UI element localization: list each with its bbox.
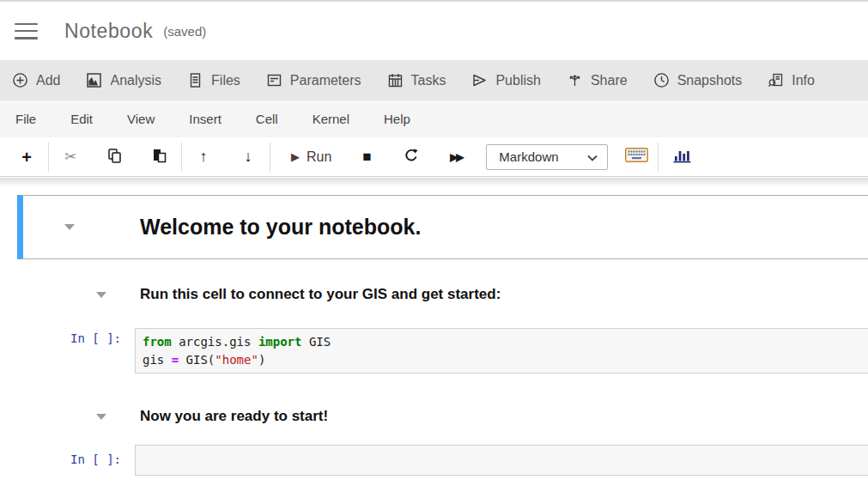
markdown-cell-run-instruction[interactable]: Run this cell to connect to your GIS and…	[0, 281, 868, 308]
scissors-icon: ✂	[64, 148, 76, 166]
toolbar-item-label: Tasks	[411, 73, 446, 88]
toolbar-item-label: Publish	[495, 73, 540, 88]
input-prompt: In [ ]:	[70, 331, 121, 345]
parameters-icon	[266, 72, 282, 88]
add-cell-button[interactable]: +	[14, 144, 39, 170]
restart-run-all-button[interactable]: ▶▶	[443, 144, 469, 170]
plus-circle-icon	[12, 72, 28, 88]
markdown-cell-ready[interactable]: Now you are ready to start!	[0, 403, 868, 430]
collapse-toggle-icon[interactable]	[96, 414, 106, 420]
toolbar-divider	[181, 143, 182, 172]
collapse-toggle-icon[interactable]	[96, 292, 106, 298]
toolbar-item-files[interactable]: Files	[187, 72, 240, 88]
copy-cell-button[interactable]	[102, 144, 128, 170]
esri-toolbar: Add Analysis Files Parameters Tasks Publ…	[0, 60, 868, 100]
keyboard-icon	[625, 148, 648, 166]
play-icon: ▶	[291, 150, 300, 163]
analysis-icon	[86, 72, 102, 88]
toolbar-item-label: Info	[792, 73, 815, 88]
stop-icon: ■	[362, 149, 371, 166]
toolbar-item-add[interactable]: Add	[12, 72, 60, 88]
code-input-area[interactable]: from arcgis.gis import GISgis = GIS("hom…	[135, 328, 868, 374]
move-cell-up-button[interactable]: ↑	[191, 144, 216, 170]
share-icon	[567, 72, 583, 88]
menu-help[interactable]: Help	[384, 112, 410, 126]
tasks-icon	[387, 72, 404, 88]
input-prompt: In [ ]:	[70, 452, 121, 466]
plus-icon: +	[21, 149, 32, 166]
open-analysis-view-button[interactable]	[669, 144, 695, 170]
toolbar-item-tasks[interactable]: Tasks	[387, 72, 446, 88]
page-title: Notebook	[64, 20, 153, 43]
notebook-content: Welcome to your notebook. Run this cell …	[0, 178, 868, 498]
cell-type-value: Markdown	[499, 149, 558, 164]
run-label: Run	[307, 149, 331, 165]
toolbar-item-snapshots[interactable]: Snapshots	[653, 72, 743, 88]
run-cell-button[interactable]: ▶ Run	[291, 149, 331, 165]
command-palette-button[interactable]	[623, 144, 649, 170]
toolbar-item-share[interactable]: Share	[567, 72, 628, 88]
toolbar-item-label: Parameters	[290, 73, 361, 88]
arrow-up-icon: ↑	[200, 148, 208, 166]
toolbar-item-publish[interactable]: Publish	[471, 72, 540, 88]
toolbar-item-label: Snapshots	[677, 73, 743, 88]
toolbar-item-label: Add	[36, 73, 60, 88]
bar-chart-icon	[672, 147, 692, 167]
menu-file[interactable]: File	[15, 112, 36, 126]
cut-cell-button[interactable]: ✂	[58, 144, 83, 170]
chevron-down-icon	[587, 149, 598, 165]
cell-type-dropdown[interactable]: Markdown	[486, 144, 608, 170]
menu-kernel[interactable]: Kernel	[313, 112, 349, 126]
restart-kernel-button[interactable]	[398, 144, 424, 170]
toolbar-item-label: Share	[591, 73, 628, 88]
markdown-cell-welcome[interactable]: Welcome to your notebook.	[17, 195, 868, 259]
menu-cell[interactable]: Cell	[256, 112, 278, 126]
toolbar-shadow	[0, 178, 868, 187]
toolbar-item-info[interactable]: Info	[768, 72, 815, 88]
hamburger-menu-icon[interactable]	[15, 23, 38, 39]
move-cell-down-button[interactable]: ↓	[235, 144, 261, 170]
menu-edit[interactable]: Edit	[70, 112, 93, 126]
restart-icon	[404, 148, 419, 167]
toolbar-item-label: Analysis	[110, 73, 161, 88]
toolbar-divider	[48, 143, 49, 172]
menu-insert[interactable]: Insert	[189, 112, 222, 126]
paste-cell-button[interactable]	[147, 144, 173, 170]
publish-icon	[471, 72, 488, 88]
markdown-heading-3: Run this cell to connect to your GIS and…	[140, 286, 501, 303]
files-icon	[187, 72, 203, 88]
toolbar-divider	[658, 143, 659, 172]
toolbar-item-parameters[interactable]: Parameters	[266, 72, 361, 88]
arrow-down-icon: ↓	[245, 148, 252, 166]
snapshots-icon	[653, 72, 670, 88]
save-status: (saved)	[163, 24, 206, 39]
markdown-heading-3: Now you are ready to start!	[140, 408, 328, 425]
interrupt-kernel-button[interactable]: ■	[354, 144, 379, 170]
cell-toolbar: + ✂ ↑ ↓ ▶ Run ■ ▶▶ Markdown	[0, 137, 868, 177]
toolbar-divider	[270, 143, 270, 172]
code-input-area-empty[interactable]	[135, 445, 868, 476]
notebook-menu-bar: File Edit View Insert Cell Kernel Help	[0, 100, 868, 137]
toolbar-item-analysis[interactable]: Analysis	[86, 72, 161, 88]
app-header: Notebook (saved)	[0, 2, 868, 60]
copy-icon	[107, 148, 123, 167]
collapse-toggle-icon[interactable]	[64, 224, 75, 230]
fast-forward-icon: ▶▶	[450, 151, 462, 163]
toolbar-item-label: Files	[211, 73, 240, 88]
menu-view[interactable]: View	[127, 112, 155, 126]
markdown-heading-1: Welcome to your notebook.	[140, 215, 421, 240]
paste-icon	[152, 148, 167, 167]
info-icon	[768, 72, 784, 88]
